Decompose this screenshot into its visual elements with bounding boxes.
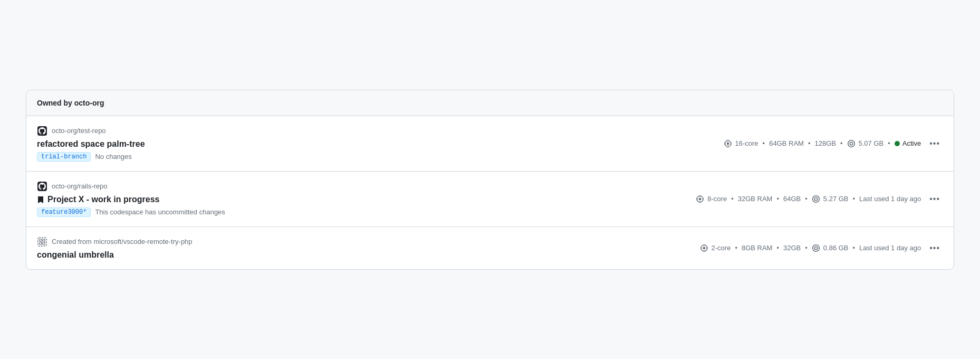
- codespace-item: octo-org/test-repo refactored space palm…: [26, 116, 954, 172]
- codespace-item-3: Created from microsoft/vscode-remote-try…: [26, 227, 954, 269]
- repo-row-1: octo-org/test-repo: [37, 126, 724, 136]
- last-used-2: Last used 1 day ago: [859, 195, 921, 203]
- disk-icon-2: [812, 195, 820, 203]
- more-button-3[interactable]: •••: [926, 242, 943, 254]
- repo-row-3: Created from microsoft/vscode-remote-try…: [37, 237, 700, 247]
- cpu-icon-3: [700, 244, 708, 252]
- disk-icon-3: [812, 244, 820, 252]
- branch-tag-1: trial-branch: [37, 152, 91, 162]
- item-left-3: Created from microsoft/vscode-remote-try…: [37, 237, 700, 260]
- status-active-1: Active: [895, 139, 921, 147]
- cpu-value-2: 8-core: [707, 195, 727, 203]
- ram-value-1: 64GB RAM: [769, 139, 804, 147]
- codespace-name-3: congenial umbrella: [37, 250, 700, 260]
- repo-path-3: Created from microsoft/vscode-remote-try…: [52, 238, 193, 245]
- last-used-3: Last used 1 day ago: [859, 244, 921, 252]
- specs-2: 8-core • 32GB RAM • 64GB • 5.27 GB • Las…: [696, 195, 921, 203]
- svg-rect-5: [40, 242, 42, 244]
- github-icon-2: [37, 181, 47, 192]
- bookmark-icon: [37, 195, 44, 204]
- template-icon: [37, 237, 47, 247]
- codespace-item-2: octo-org/rails-repo Project X - work in …: [26, 172, 954, 227]
- cpu-icon-2: [696, 195, 704, 203]
- branch-note-1: No changes: [95, 153, 131, 160]
- ram-value-3: 8GB RAM: [742, 244, 773, 252]
- codespace-name-1: refactored space palm-tree: [37, 139, 724, 149]
- storage-value-2: 64GB: [783, 195, 801, 203]
- disk-value-3: 0.86 GB: [823, 244, 849, 252]
- section-title: Owned by octo-org: [37, 99, 104, 107]
- codespace-name-2: Project X - work in progress: [37, 195, 696, 204]
- section-header: Owned by octo-org: [26, 90, 954, 116]
- cpu-value-3: 2-core: [712, 244, 731, 252]
- repo-path-2: octo-org/rails-repo: [52, 182, 108, 190]
- item-right-2: 8-core • 32GB RAM • 64GB • 5.27 GB • Las…: [696, 193, 943, 205]
- status-label-1: Active: [902, 139, 921, 147]
- storage-value-1: 128GB: [814, 139, 835, 147]
- disk-icon-1: [847, 139, 856, 148]
- storage-value-3: 32GB: [783, 244, 801, 252]
- cpu-icon-1: [724, 139, 732, 148]
- branch-tag-2: feature3000*: [37, 207, 91, 217]
- svg-rect-4: [43, 239, 45, 241]
- svg-rect-3: [40, 239, 42, 241]
- status-dot-1: [895, 141, 900, 146]
- disk-value-2: 5.27 GB: [823, 195, 849, 203]
- repo-row-2: octo-org/rails-repo: [37, 181, 696, 192]
- branch-row-2: feature3000* This codespace has uncommit…: [37, 207, 696, 217]
- codespaces-list: Owned by octo-org octo-org/test-repo ref…: [26, 90, 954, 270]
- cpu-value-1: 16-core: [735, 139, 758, 147]
- ram-value-2: 32GB RAM: [738, 195, 773, 203]
- svg-rect-6: [43, 242, 45, 244]
- branch-note-2: This codespace has uncommitted changes: [95, 208, 225, 216]
- repo-path-1: octo-org/test-repo: [52, 127, 106, 135]
- specs-3: 2-core • 8GB RAM • 32GB • 0.86 GB • Last…: [700, 244, 921, 252]
- github-icon: [37, 126, 47, 136]
- svg-rect-2: [38, 238, 46, 246]
- item-left-2: octo-org/rails-repo Project X - work in …: [37, 181, 696, 217]
- disk-value-1: 5.07 GB: [859, 139, 884, 147]
- specs-1: 16-core • 64GB RAM • 128GB • 5.07 GB • A…: [724, 139, 921, 148]
- branch-row-1: trial-branch No changes: [37, 152, 724, 162]
- more-button-1[interactable]: •••: [926, 137, 943, 150]
- item-right-1: 16-core • 64GB RAM • 128GB • 5.07 GB • A…: [724, 137, 943, 150]
- item-right-3: 2-core • 8GB RAM • 32GB • 0.86 GB • Last…: [700, 242, 943, 254]
- item-left-1: octo-org/test-repo refactored space palm…: [37, 126, 724, 162]
- more-button-2[interactable]: •••: [926, 193, 943, 205]
